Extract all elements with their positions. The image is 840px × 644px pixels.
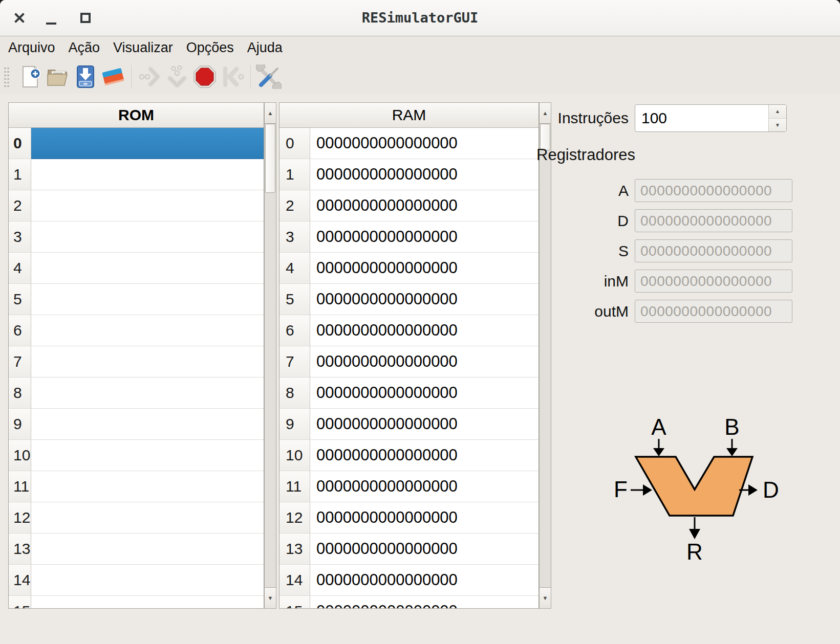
ram-cell-2[interactable]: 0000000000000000 [310, 190, 539, 221]
rom-row-index: 5 [9, 284, 31, 315]
toolbar-grip-handle[interactable] [3, 66, 9, 87]
alu-output-d-label: D [763, 477, 779, 502]
register-label-D: D [536, 212, 635, 230]
ram-cell-1[interactable]: 0000000000000000 [310, 159, 539, 190]
rom-cell-8[interactable] [31, 377, 264, 409]
register-field-inM: 0000000000000000 [635, 270, 792, 293]
ram-cell-9[interactable]: 0000000000000000 [310, 409, 539, 440]
step-forward-icon [137, 65, 162, 88]
rom-row-8: 8 [9, 377, 264, 409]
menu-item-4[interactable]: Ajuda [241, 36, 289, 60]
step-forward-button[interactable] [136, 63, 163, 91]
rom-row-index: 2 [9, 190, 31, 221]
rom-cell-3[interactable] [31, 221, 264, 253]
ram-cell-4[interactable]: 0000000000000000 [310, 253, 539, 284]
register-row-S: S0000000000000000 [536, 239, 792, 262]
ram-cell-11[interactable]: 0000000000000000 [310, 471, 539, 502]
skip-to-start-button[interactable] [219, 63, 246, 91]
ram-cell-3[interactable]: 0000000000000000 [310, 221, 539, 253]
register-row-A: A0000000000000000 [536, 179, 792, 202]
menu-item-3[interactable]: Opções [180, 36, 241, 60]
ram-row-4: 40000000000000000 [279, 253, 539, 284]
rom-cell-14[interactable] [31, 565, 264, 596]
rom-row-index: 9 [9, 409, 31, 440]
rom-scrollbar[interactable]: ▲ ▼ [264, 102, 276, 609]
rom-panel: ROM 0123456789101112131415 ▲ ▼ [8, 102, 276, 609]
open-folder-button[interactable] [44, 63, 72, 91]
ram-rows: 0000000000000000010000000000000000200000… [279, 128, 539, 609]
instructions-value[interactable]: 100 [635, 105, 768, 131]
rom-row-index: 12 [9, 502, 31, 534]
ram-row-index: 1 [279, 159, 310, 190]
rom-cell-12[interactable] [31, 502, 264, 534]
ram-row-index: 15 [279, 596, 310, 609]
rom-row-12: 12 [9, 502, 264, 534]
step-into-icon [165, 65, 189, 88]
ram-scrollbar[interactable]: ▲ ▼ [539, 102, 551, 609]
scroll-down-button[interactable]: ▼ [539, 587, 551, 609]
new-document-icon [18, 65, 42, 88]
stop-icon [192, 64, 217, 89]
scroll-track[interactable] [264, 124, 276, 587]
ram-row-8: 80000000000000000 [279, 377, 539, 409]
ram-panel: RAM 000000000000000001000000000000000020… [279, 102, 551, 609]
ram-cell-15[interactable]: 0000000000000000 [310, 596, 539, 609]
rom-cell-15[interactable] [31, 596, 264, 609]
scroll-down-button[interactable]: ▼ [264, 587, 276, 609]
ram-cell-7[interactable]: 0000000000000000 [310, 346, 539, 377]
rom-cell-1[interactable] [31, 159, 264, 190]
skip-to-start-icon [220, 65, 245, 88]
menu-item-0[interactable]: Arquivo [8, 36, 62, 60]
instructions-spinbox[interactable]: 100 ▲ ▼ [635, 104, 787, 132]
rom-cell-2[interactable] [31, 190, 264, 221]
spin-up-button[interactable]: ▲ [769, 105, 786, 119]
rom-row-index: 4 [9, 253, 31, 284]
ram-cell-14[interactable]: 0000000000000000 [310, 565, 539, 596]
rom-cell-13[interactable] [31, 534, 264, 565]
rom-cell-11[interactable] [31, 471, 264, 502]
save-button[interactable] [72, 63, 99, 91]
rom-cell-9[interactable] [31, 409, 264, 440]
arrow-right-icon [643, 484, 652, 496]
register-row-outM: outM0000000000000000 [536, 300, 792, 323]
ram-row-index: 5 [279, 284, 310, 315]
scroll-thumb[interactable] [265, 124, 275, 193]
ram-cell-10[interactable]: 0000000000000000 [310, 440, 539, 471]
rom-cell-10[interactable] [31, 440, 264, 471]
toolbar-separator [131, 65, 132, 88]
menu-item-2[interactable]: Visualizar [106, 36, 180, 60]
rom-cell-7[interactable] [31, 346, 264, 377]
ram-row-10: 100000000000000000 [279, 440, 539, 471]
scroll-up-button[interactable]: ▲ [264, 102, 276, 124]
erase-button[interactable] [99, 63, 127, 91]
ram-row-6: 60000000000000000 [279, 315, 539, 346]
rom-row-14: 14 [9, 565, 264, 596]
ram-cell-13[interactable]: 0000000000000000 [310, 534, 539, 565]
register-field-D: 0000000000000000 [635, 209, 792, 232]
rom-cell-0[interactable] [31, 128, 264, 159]
new-document-button[interactable] [16, 63, 44, 91]
arrow-down-icon [689, 529, 700, 539]
ram-cell-6[interactable]: 0000000000000000 [310, 315, 539, 346]
ram-cell-8[interactable]: 0000000000000000 [310, 377, 539, 409]
toolbar [0, 60, 840, 94]
stop-button[interactable] [191, 63, 219, 91]
ram-row-5: 50000000000000000 [279, 284, 539, 315]
menu-item-1[interactable]: Ação [62, 36, 107, 60]
spin-down-button[interactable]: ▼ [769, 119, 786, 132]
tools-button[interactable] [255, 63, 283, 91]
rom-row-index: 6 [9, 315, 31, 346]
ram-row-index: 7 [279, 346, 310, 377]
rom-cell-6[interactable] [31, 315, 264, 346]
ram-cell-12[interactable]: 0000000000000000 [310, 502, 539, 534]
step-into-button[interactable] [163, 63, 191, 91]
ram-row-index: 8 [279, 377, 310, 409]
rom-row-10: 10 [9, 440, 264, 471]
rom-row-index: 1 [9, 159, 31, 190]
rom-cell-5[interactable] [31, 284, 264, 315]
rom-cell-4[interactable] [31, 253, 264, 284]
register-label-inM: inM [536, 273, 635, 290]
ram-cell-0[interactable]: 0000000000000000 [310, 128, 539, 159]
ram-cell-5[interactable]: 0000000000000000 [310, 284, 539, 315]
ram-row-index: 10 [279, 440, 310, 471]
